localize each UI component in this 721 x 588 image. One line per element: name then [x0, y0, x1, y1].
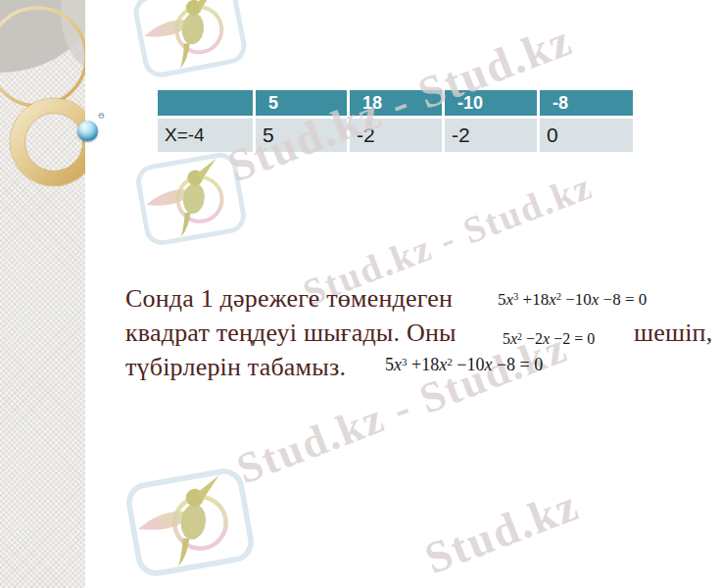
- ring-edge: [25, 114, 83, 172]
- frm-part: −2 = 0: [550, 330, 595, 347]
- frm-part: −8 = 0: [492, 355, 543, 374]
- table-cell: -2: [350, 119, 442, 152]
- frm-part: 5: [385, 355, 394, 374]
- presentation-slide: ɵ 5 18 -10 -8 X=-4 5 -2 -2 0 Сонда 1 дәр…: [0, 0, 721, 588]
- equation-quadratic: 5x2 −2x −2 = 0: [503, 330, 595, 348]
- table-header-cell: 18: [350, 90, 442, 116]
- glossy-sphere-icon: [77, 121, 98, 141]
- frm-part: +18: [518, 290, 549, 309]
- frm-var: x: [506, 290, 514, 309]
- table-row-label: X=-4: [158, 119, 253, 152]
- frm-var: x: [549, 290, 556, 309]
- frm-part: 5: [503, 330, 510, 347]
- watermark-text: Stud.kz: [418, 478, 587, 584]
- sphere-mark-glyph: ɵ: [98, 109, 105, 122]
- thick-gold-ring-icon: [18, 106, 90, 178]
- equation-cubic-1: 5x3 +18x2 −10x −8 = 0: [498, 290, 647, 310]
- frm-exp: 3: [402, 356, 408, 368]
- stud-kz-logo-icon: [129, 0, 252, 82]
- equation-cubic-2: 5x3 +18x2 −10x −8 = 0: [385, 355, 543, 375]
- paragraph-line-3: түбірлерін табамыз.: [125, 353, 346, 382]
- sidebar-circles-art: [0, 0, 127, 274]
- paragraph-line-2: квадрат теңдеуі шығады. Оны: [125, 318, 457, 348]
- stud-kz-logo-icon: [120, 464, 259, 581]
- frm-exp: 2: [447, 356, 453, 368]
- table-cell: 0: [540, 119, 633, 152]
- watermark-text: Stud.kz - Stud.kz: [230, 322, 574, 494]
- gray-band-shape: [61, 0, 127, 69]
- frm-part: −8 = 0: [599, 290, 647, 309]
- frm-exp: 2: [517, 331, 522, 342]
- table-header-cell: -8: [540, 90, 633, 116]
- frm-exp: 2: [556, 291, 561, 302]
- frm-exp: 3: [513, 291, 518, 302]
- paragraph-line-1: Сонда 1 дәрежеге төмендеген: [125, 284, 453, 314]
- stud-kz-logo-icon: [130, 148, 251, 250]
- table-header-cell: 5: [256, 90, 347, 116]
- paragraph-line-2-tail: шешіп,: [634, 318, 712, 348]
- frm-var: x: [394, 355, 402, 374]
- table-cell: -2: [445, 119, 537, 152]
- frm-part: −10: [453, 355, 485, 374]
- table-cell: 5: [256, 119, 347, 152]
- table-header-cell: -10: [445, 90, 537, 116]
- horner-scheme-table: 5 18 -10 -8 X=-4 5 -2 -2 0: [158, 90, 633, 152]
- frm-part: 5: [498, 290, 506, 309]
- table-header-cell: [158, 90, 253, 116]
- frm-part: −2: [522, 330, 543, 347]
- frm-part: −10: [561, 290, 592, 309]
- frm-part: +18: [408, 355, 440, 374]
